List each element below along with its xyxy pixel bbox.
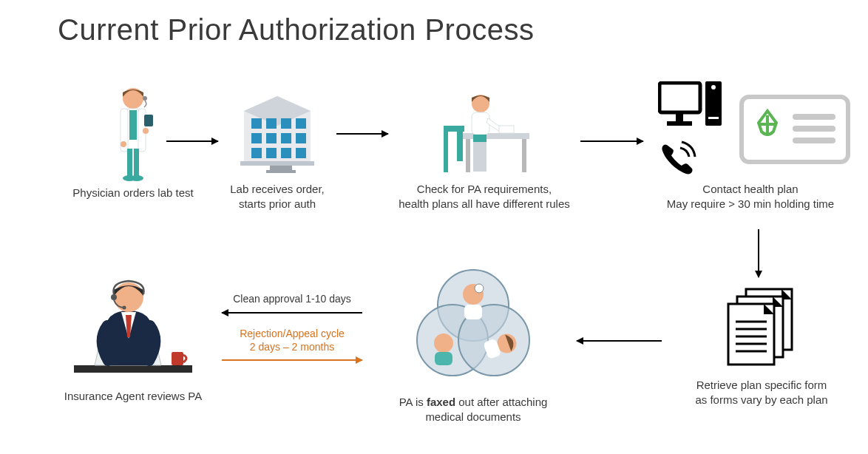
agent-at-laptop-icon <box>67 274 200 384</box>
svg-rect-21 <box>281 133 291 143</box>
step-lab: Lab receives order, starts prior auth <box>211 81 344 212</box>
venn-team-icon <box>407 265 540 390</box>
step-fax: PA is faxed out after attaching medical … <box>377 265 569 425</box>
svg-rect-27 <box>240 161 314 166</box>
arrow-4 <box>758 229 759 277</box>
caption-fax-pre: PA is <box>399 396 427 408</box>
building-icon <box>229 81 325 177</box>
caption-lab-line1: Lab receives order, <box>230 183 325 195</box>
svg-rect-9 <box>144 115 153 126</box>
caption-contact-line1: Contact health plan <box>702 183 798 195</box>
caption-fax: PA is faxed out after attaching medical … <box>399 395 548 425</box>
svg-rect-36 <box>499 126 514 133</box>
svg-rect-5 <box>127 149 132 177</box>
caption-fax-bold: faxed <box>427 396 455 408</box>
svg-rect-41 <box>473 135 486 142</box>
svg-point-71 <box>434 333 453 353</box>
arrow-approval <box>222 312 362 314</box>
svg-point-11 <box>121 141 126 147</box>
svg-rect-39 <box>457 132 463 161</box>
svg-rect-29 <box>266 170 296 173</box>
step-insurance-agent: Insurance Agent reviews PA <box>48 274 218 404</box>
caption-check-pa: Check for PA requirements, health plans … <box>399 182 570 212</box>
documents-icon <box>721 285 802 373</box>
svg-rect-75 <box>74 365 192 373</box>
svg-point-83 <box>123 306 126 310</box>
svg-rect-15 <box>251 118 262 129</box>
svg-rect-20 <box>266 133 277 143</box>
caption-lab: Lab receives order, starts prior auth <box>230 182 325 212</box>
person-at-desk-icon <box>429 89 540 177</box>
svg-point-81 <box>114 282 143 312</box>
svg-rect-4 <box>129 110 137 140</box>
caption-fax-line2: medical documents <box>425 410 521 423</box>
svg-rect-32 <box>522 139 526 172</box>
arrow-3 <box>580 140 643 142</box>
svg-rect-38 <box>444 132 448 172</box>
caption-contact: Contact health plan May require > 30 min… <box>667 182 834 212</box>
arrow-5 <box>577 340 662 342</box>
caption-physician: Physician orders lab test <box>72 186 193 200</box>
step-check-pa: Check for PA requirements, health plans … <box>392 89 577 212</box>
caption-check-line1: Check for PA requirements, <box>417 183 552 195</box>
svg-rect-22 <box>296 133 306 143</box>
svg-rect-72 <box>435 352 452 365</box>
svg-rect-31 <box>466 139 470 172</box>
svg-rect-18 <box>296 118 306 129</box>
svg-point-69 <box>475 284 484 293</box>
svg-rect-19 <box>251 133 262 143</box>
label-rejection-line2: 2 days – 2 months <box>250 341 334 353</box>
physician-icon <box>107 85 159 181</box>
caption-retrieve-line1: Retrieve plan specific form <box>696 379 827 391</box>
svg-rect-46 <box>708 117 719 119</box>
caption-agent: Insurance Agent reviews PA <box>64 389 203 404</box>
svg-rect-44 <box>667 121 692 126</box>
caption-contact-line2: May require > 30 min holding time <box>667 197 834 210</box>
svg-rect-34 <box>472 112 489 135</box>
svg-point-10 <box>143 128 149 134</box>
svg-rect-76 <box>172 352 183 365</box>
svg-rect-23 <box>251 148 262 158</box>
svg-rect-70 <box>464 305 482 319</box>
svg-point-12 <box>143 96 147 101</box>
svg-rect-43 <box>676 114 683 121</box>
step-contact-health-plan: Contact health plan May require > 30 min… <box>643 81 858 212</box>
arrow-2 <box>336 133 388 135</box>
label-rejection: Rejection/Appeal cycle 2 days – 2 months <box>222 327 362 353</box>
svg-rect-28 <box>270 166 292 170</box>
svg-rect-37 <box>444 126 464 132</box>
svg-rect-51 <box>793 114 835 120</box>
arrow-rejection <box>222 359 362 361</box>
svg-rect-26 <box>296 148 306 158</box>
contact-icons-group <box>643 81 858 177</box>
svg-rect-52 <box>793 126 835 132</box>
caption-fax-post: out after attaching <box>455 396 547 408</box>
caption-retrieve-line2: as forms vary by each plan <box>695 393 827 406</box>
svg-rect-25 <box>281 148 291 158</box>
svg-rect-6 <box>134 149 139 177</box>
svg-point-8 <box>130 175 143 181</box>
svg-rect-53 <box>793 138 835 143</box>
svg-rect-24 <box>266 148 277 158</box>
caption-retrieve: Retrieve plan specific form as forms var… <box>695 378 827 408</box>
step-physician: Physician orders lab test <box>63 85 203 200</box>
svg-point-47 <box>711 85 716 89</box>
label-approval: Clean approval 1-10 days <box>222 292 362 305</box>
step-retrieve-form: Retrieve plan specific form as forms var… <box>680 285 843 408</box>
svg-point-82 <box>111 294 117 300</box>
caption-check-line2: health plans all have different rules <box>399 197 570 210</box>
caption-lab-line2: starts prior auth <box>239 197 316 210</box>
svg-rect-30 <box>463 133 529 139</box>
svg-rect-16 <box>266 118 277 129</box>
svg-rect-17 <box>281 118 291 129</box>
label-rejection-line1: Rejection/Appeal cycle <box>240 328 345 339</box>
page-title: Current Prior Authorization Process <box>58 13 534 47</box>
svg-rect-42 <box>660 83 700 112</box>
